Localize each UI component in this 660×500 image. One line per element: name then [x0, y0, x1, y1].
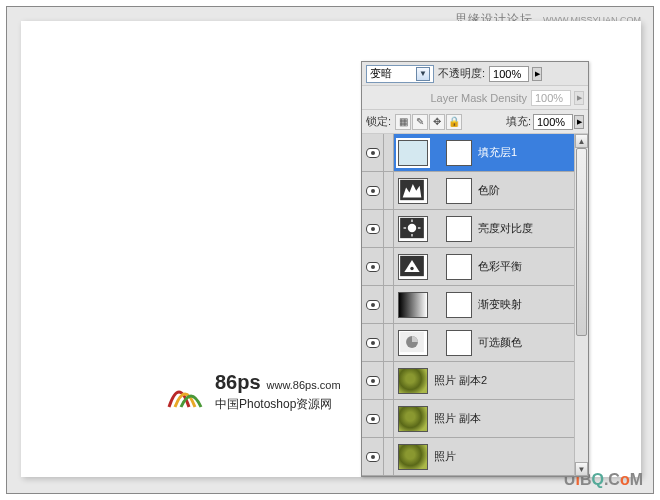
layer-spacer	[384, 438, 394, 475]
logo-swoosh-icon	[161, 369, 207, 415]
layer-mask-thumbnail[interactable]	[446, 292, 472, 318]
logo-cn-text: 中国Photoshop资源网	[215, 396, 341, 413]
layer-name-label: 渐变映射	[478, 297, 522, 312]
layer-mask-thumbnail[interactable]	[446, 254, 472, 280]
app-canvas: 思缘设计论坛 WWW.MISSYUAN.COM	[6, 6, 654, 494]
layer-thumbs	[394, 216, 472, 242]
visibility-toggle[interactable]	[362, 400, 384, 437]
mask-density-row: Layer Mask Density 100% ▶	[362, 86, 588, 110]
layer-mask-thumbnail[interactable]	[446, 178, 472, 204]
eye-icon	[366, 338, 380, 348]
layer-row[interactable]: 照片 副本2	[362, 362, 588, 400]
link-icon	[432, 140, 442, 166]
layer-thumbs	[394, 178, 472, 204]
visibility-toggle[interactable]	[362, 210, 384, 247]
layer-name-label: 照片 副本	[434, 411, 481, 426]
layer-spacer	[384, 400, 394, 437]
eye-icon	[366, 224, 380, 234]
blend-opacity-row: 变暗 ▼ 不透明度: 100% ▶	[362, 62, 588, 86]
eye-icon	[366, 148, 380, 158]
adjustment-thumbnail[interactable]	[398, 330, 428, 356]
layer-thumbnail[interactable]	[398, 406, 428, 432]
layer-thumbnail[interactable]	[398, 368, 428, 394]
layer-row[interactable]: 填充层1	[362, 134, 588, 172]
layer-thumbs	[394, 444, 428, 470]
layer-row[interactable]: 可选颜色	[362, 324, 588, 362]
logo-brand: 86ps	[215, 371, 261, 394]
lock-fill-row: 锁定: ▦ ✎ ✥ 🔒 填充: 100% ▶	[362, 110, 588, 134]
lock-position-icon[interactable]: ✥	[429, 114, 445, 130]
opacity-flyout-icon[interactable]: ▶	[532, 67, 542, 81]
layer-spacer	[384, 210, 394, 247]
opacity-input[interactable]: 100%	[489, 66, 529, 82]
scroll-down-icon[interactable]: ▼	[575, 462, 588, 476]
adjustment-thumbnail[interactable]	[398, 292, 428, 318]
layer-name-label: 亮度对比度	[478, 221, 533, 236]
eye-icon	[366, 452, 380, 462]
watermark-logo: 86ps www.86ps.com 中国Photoshop资源网	[161, 369, 341, 415]
visibility-toggle[interactable]	[362, 172, 384, 209]
layer-row[interactable]: 渐变映射	[362, 286, 588, 324]
chevron-down-icon: ▼	[416, 67, 430, 81]
logo-url: www.86ps.com	[267, 379, 341, 391]
layer-spacer	[384, 134, 394, 171]
lock-transparency-icon[interactable]: ▦	[395, 114, 411, 130]
mask-density-input: 100%	[531, 90, 571, 106]
layers-scrollbar[interactable]: ▲ ▼	[574, 134, 588, 476]
layer-spacer	[384, 362, 394, 399]
svg-point-8	[410, 266, 413, 269]
layer-thumbs	[394, 254, 472, 280]
layer-row[interactable]: 照片	[362, 438, 588, 476]
adjustment-thumbnail[interactable]	[398, 254, 428, 280]
visibility-toggle[interactable]	[362, 248, 384, 285]
eye-icon	[366, 186, 380, 196]
layer-spacer	[384, 286, 394, 323]
fill-label: 填充:	[506, 114, 531, 129]
eye-icon	[366, 262, 380, 272]
layer-mask-thumbnail[interactable]	[446, 216, 472, 242]
layer-thumbs	[394, 292, 472, 318]
visibility-toggle[interactable]	[362, 362, 384, 399]
layer-spacer	[384, 172, 394, 209]
scroll-up-icon[interactable]: ▲	[575, 134, 588, 148]
mask-density-flyout-icon: ▶	[574, 91, 584, 105]
layer-mask-thumbnail[interactable]	[446, 330, 472, 356]
adjustment-thumbnail[interactable]	[398, 178, 428, 204]
layer-name-label: 色彩平衡	[478, 259, 522, 274]
layer-spacer	[384, 324, 394, 361]
layer-name-label: 照片	[434, 449, 456, 464]
visibility-toggle[interactable]	[362, 324, 384, 361]
layer-row[interactable]: 亮度对比度	[362, 210, 588, 248]
visibility-toggle[interactable]	[362, 286, 384, 323]
lock-all-icon[interactable]: 🔒	[446, 114, 462, 130]
link-icon	[432, 216, 442, 242]
scrollbar-thumb[interactable]	[576, 148, 587, 336]
layer-row[interactable]: 照片 副本	[362, 400, 588, 438]
svg-point-2	[408, 223, 416, 231]
mask-density-label: Layer Mask Density	[430, 92, 527, 104]
adjustment-thumbnail[interactable]	[398, 216, 428, 242]
eye-icon	[366, 414, 380, 424]
layer-name-label: 色阶	[478, 183, 500, 198]
layer-thumbs	[394, 406, 428, 432]
layers-panel: 变暗 ▼ 不透明度: 100% ▶ Layer Mask Density 100…	[361, 61, 589, 477]
lock-label: 锁定:	[366, 114, 391, 129]
layer-thumbs	[394, 368, 428, 394]
layer-name-label: 填充层1	[478, 145, 517, 160]
opacity-label: 不透明度:	[438, 66, 485, 81]
layer-row[interactable]: 色彩平衡	[362, 248, 588, 286]
layer-mask-thumbnail[interactable]	[446, 140, 472, 166]
fill-input[interactable]: 100%	[533, 114, 573, 130]
layer-row[interactable]: 色阶	[362, 172, 588, 210]
layer-thumbs	[394, 140, 472, 166]
adjustment-thumbnail[interactable]	[398, 140, 428, 166]
lock-pixels-icon[interactable]: ✎	[412, 114, 428, 130]
layer-name-label: 照片 副本2	[434, 373, 487, 388]
layer-name-label: 可选颜色	[478, 335, 522, 350]
fill-flyout-icon[interactable]: ▶	[574, 115, 584, 129]
layer-spacer	[384, 248, 394, 285]
visibility-toggle[interactable]	[362, 134, 384, 171]
layer-thumbnail[interactable]	[398, 444, 428, 470]
visibility-toggle[interactable]	[362, 438, 384, 475]
blend-mode-select[interactable]: 变暗 ▼	[366, 65, 434, 83]
